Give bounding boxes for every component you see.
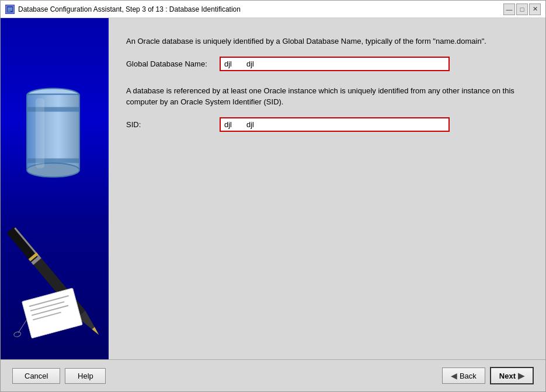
svg-rect-17 [22,288,83,338]
svg-marker-14 [92,327,100,336]
help-button[interactable]: Help [65,368,106,384]
title-bar-controls: — □ ✕ [503,4,541,15]
maximize-button[interactable]: □ [516,4,528,15]
back-label: Back [460,372,477,380]
svg-rect-8 [27,159,79,163]
next-label: Next [499,372,516,380]
oracle-illustration [1,18,109,359]
svg-rect-1 [8,8,12,9]
next-button[interactable]: Next ▶ [490,367,534,384]
app-icon [5,5,15,14]
main-window: Database Configuration Assistant, Step 3… [0,0,546,392]
title-bar-left: Database Configuration Assistant, Step 3… [5,5,241,14]
svg-rect-9 [36,99,44,169]
bottom-right-buttons: ◀ Back Next ▶ [442,367,534,384]
back-arrow-icon: ◀ [451,371,457,380]
main-content: An Oracle database is uniquely identifie… [1,18,545,359]
right-panel: An Oracle database is uniquely identifie… [109,18,545,359]
bottom-left-buttons: Cancel Help [12,368,106,384]
close-button[interactable]: ✕ [529,4,541,15]
global-db-value: djl [221,58,244,70]
svg-rect-3 [8,11,11,12]
left-panel [1,18,109,359]
minimize-button[interactable]: — [503,4,515,15]
sid-input[interactable] [244,118,448,131]
svg-point-23 [13,331,22,338]
svg-rect-2 [8,9,12,10]
global-db-description: An Oracle database is uniquely identifie… [126,36,528,47]
global-db-input-wrapper: djl [220,57,450,71]
sid-label: SID: [126,118,220,131]
sid-value: djl [221,118,244,131]
sid-input-wrapper: djl [220,117,450,132]
content-spacer [126,141,528,348]
sid-description: A database is referenced by at least one… [126,85,528,108]
global-db-label: Global Database Name: [126,57,220,71]
sid-field-row: SID: djl [126,117,528,132]
next-arrow-icon: ▶ [518,371,524,380]
window-title: Database Configuration Assistant, Step 3… [18,5,241,13]
cancel-button[interactable]: Cancel [12,368,60,384]
bottom-bar: Cancel Help ◀ Back Next ▶ [1,359,545,391]
svg-rect-7 [27,107,79,112]
back-button[interactable]: ◀ Back [442,368,485,384]
global-db-input[interactable] [244,58,448,70]
svg-point-6 [27,163,79,177]
global-db-field-row: Global Database Name: djl [126,57,528,71]
title-bar: Database Configuration Assistant, Step 3… [1,1,545,18]
